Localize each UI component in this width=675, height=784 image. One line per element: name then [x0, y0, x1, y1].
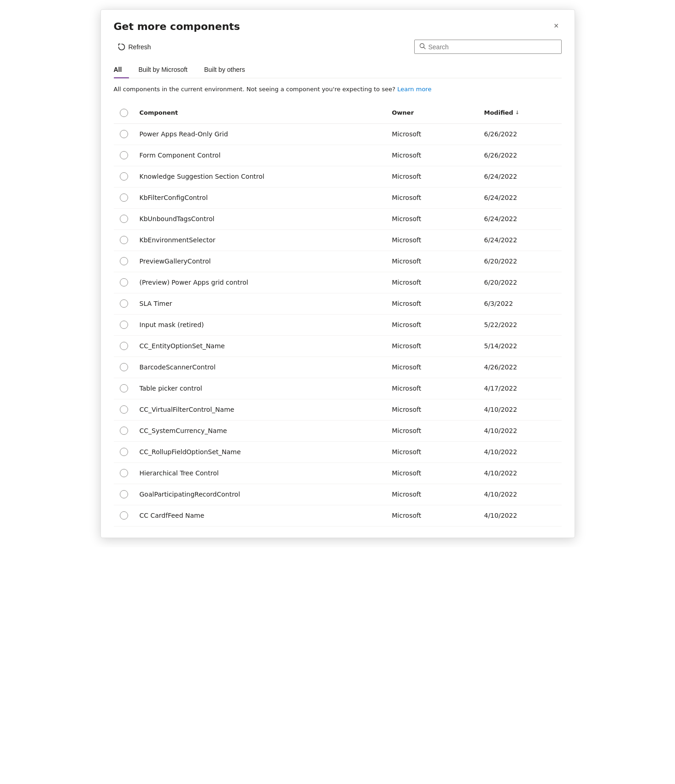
table-row[interactable]: SLA Timer Microsoft 6/3/2022 — [114, 293, 562, 315]
row-checkbox-16[interactable] — [120, 469, 128, 477]
close-button[interactable]: × — [551, 21, 562, 31]
td-owner: Microsoft — [387, 166, 479, 187]
table-row[interactable]: CC_VirtualFilterControl_Name Microsoft 4… — [114, 399, 562, 421]
row-checkbox-11[interactable] — [120, 363, 128, 371]
table-row[interactable]: KbUnboundTagsControl Microsoft 6/24/2022 — [114, 209, 562, 230]
table-row[interactable]: Form Component Control Microsoft 6/26/20… — [114, 145, 562, 166]
row-checkbox-15[interactable] — [120, 448, 128, 456]
table-row[interactable]: GoalParticipatingRecordControl Microsoft… — [114, 484, 562, 505]
row-checkbox-4[interactable] — [120, 215, 128, 223]
td-component: CC_RollupFieldOptionSet_Name — [134, 442, 387, 462]
table-row[interactable]: Input mask (retired) Microsoft 5/22/2022 — [114, 315, 562, 336]
td-owner: Microsoft — [387, 230, 479, 251]
tab-built-by-others[interactable]: Built by others — [204, 61, 252, 78]
td-modified: 6/24/2022 — [479, 230, 562, 251]
table-row[interactable]: CC_SystemCurrency_Name Microsoft 4/10/20… — [114, 421, 562, 442]
td-component: Input mask (retired) — [134, 315, 387, 335]
row-checkbox-6[interactable] — [120, 257, 128, 265]
row-checkbox-8[interactable] — [120, 299, 128, 308]
td-component: Hierarchical Tree Control — [134, 463, 387, 484]
row-checkbox-14[interactable] — [120, 427, 128, 435]
learn-more-link[interactable]: Learn more — [397, 86, 431, 93]
search-input[interactable] — [428, 43, 557, 51]
td-modified: 4/10/2022 — [479, 463, 562, 484]
td-modified: 6/24/2022 — [479, 209, 562, 229]
table-row[interactable]: Hierarchical Tree Control Microsoft 4/10… — [114, 463, 562, 484]
row-checkbox-1[interactable] — [120, 151, 128, 159]
dialog-title: Get more components — [114, 21, 240, 32]
td-component: CC_EntityOptionSet_Name — [134, 336, 387, 357]
toolbar: Refresh — [114, 40, 562, 54]
refresh-icon — [117, 43, 126, 51]
td-modified: 5/22/2022 — [479, 315, 562, 335]
table-row[interactable]: CC_RollupFieldOptionSet_Name Microsoft 4… — [114, 442, 562, 463]
td-modified: 4/10/2022 — [479, 505, 562, 526]
row-checkbox-2[interactable] — [120, 172, 128, 181]
td-component: KbFilterConfigControl — [134, 187, 387, 208]
td-component: Knowledge Suggestion Section Control — [134, 166, 387, 187]
tab-built-by-microsoft[interactable]: Built by Microsoft — [138, 61, 195, 78]
table-row[interactable]: Table picker control Microsoft 4/17/2022 — [114, 378, 562, 399]
td-component: Power Apps Read-Only Grid — [134, 124, 387, 145]
td-owner: Microsoft — [387, 442, 479, 462]
td-component: PreviewGalleryControl — [134, 251, 387, 272]
row-checkbox-7[interactable] — [120, 278, 128, 287]
table-row[interactable]: Knowledge Suggestion Section Control Mic… — [114, 166, 562, 187]
td-owner: Microsoft — [387, 293, 479, 314]
components-table: Component Owner Modified ↓ Power Apps Re… — [114, 102, 562, 527]
tab-all[interactable]: All — [114, 61, 129, 78]
td-owner: Microsoft — [387, 272, 479, 293]
row-checkbox-12[interactable] — [120, 384, 128, 392]
table-row[interactable]: PreviewGalleryControl Microsoft 6/20/202… — [114, 251, 562, 272]
td-select — [114, 145, 134, 166]
td-select — [114, 505, 134, 526]
dialog-header: Get more components × — [114, 21, 562, 32]
table-row[interactable]: (Preview) Power Apps grid control Micros… — [114, 272, 562, 293]
td-owner: Microsoft — [387, 378, 479, 399]
table-row[interactable]: BarcodeScannerControl Microsoft 4/26/202… — [114, 357, 562, 378]
td-modified: 6/20/2022 — [479, 272, 562, 293]
td-select — [114, 399, 134, 420]
row-checkbox-18[interactable] — [120, 511, 128, 520]
td-component: CC_VirtualFilterControl_Name — [134, 399, 387, 420]
td-select — [114, 336, 134, 357]
table-row[interactable]: CC CardfFeed Name Microsoft 4/10/2022 — [114, 505, 562, 527]
row-checkbox-0[interactable] — [120, 130, 128, 138]
td-owner: Microsoft — [387, 251, 479, 272]
td-select — [114, 251, 134, 272]
td-component: (Preview) Power Apps grid control — [134, 272, 387, 293]
search-box — [414, 40, 562, 54]
table-row[interactable]: Power Apps Read-Only Grid Microsoft 6/26… — [114, 124, 562, 145]
svg-line-1 — [423, 47, 425, 49]
td-modified: 4/10/2022 — [479, 421, 562, 441]
row-checkbox-10[interactable] — [120, 342, 128, 350]
td-owner: Microsoft — [387, 336, 479, 357]
td-modified: 6/26/2022 — [479, 124, 562, 145]
td-modified: 4/10/2022 — [479, 484, 562, 505]
row-checkbox-9[interactable] — [120, 321, 128, 329]
td-owner: Microsoft — [387, 399, 479, 420]
td-modified: 4/10/2022 — [479, 442, 562, 462]
row-checkbox-5[interactable] — [120, 236, 128, 244]
th-modified[interactable]: Modified ↓ — [479, 105, 562, 121]
refresh-button[interactable]: Refresh — [114, 40, 155, 54]
th-select — [114, 105, 134, 121]
td-select — [114, 463, 134, 484]
th-component: Component — [134, 105, 387, 121]
td-component: Form Component Control — [134, 145, 387, 166]
row-checkbox-17[interactable] — [120, 490, 128, 498]
row-checkbox-13[interactable] — [120, 405, 128, 414]
td-select — [114, 293, 134, 314]
td-owner: Microsoft — [387, 315, 479, 335]
table-row[interactable]: CC_EntityOptionSet_Name Microsoft 5/14/2… — [114, 336, 562, 357]
td-select — [114, 187, 134, 208]
description: All components in the current environmen… — [114, 85, 562, 94]
td-modified: 6/20/2022 — [479, 251, 562, 272]
td-modified: 4/10/2022 — [479, 399, 562, 420]
td-select — [114, 357, 134, 378]
td-component: CC_SystemCurrency_Name — [134, 421, 387, 441]
row-checkbox-3[interactable] — [120, 193, 128, 202]
table-row[interactable]: KbEnvironmentSelector Microsoft 6/24/202… — [114, 230, 562, 251]
select-all-checkbox[interactable] — [120, 109, 128, 117]
table-row[interactable]: KbFilterConfigControl Microsoft 6/24/202… — [114, 187, 562, 209]
